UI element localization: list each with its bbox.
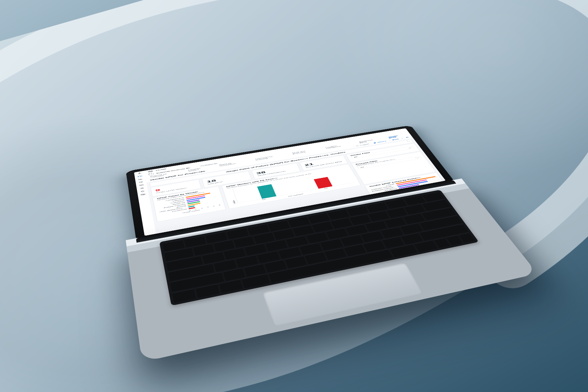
chevron-down-icon [416, 157, 419, 158]
star-icon[interactable] [139, 187, 145, 190]
avatar-icon[interactable] [137, 172, 142, 175]
folder-icon[interactable] [137, 175, 143, 178]
history-icon[interactable] [139, 184, 145, 187]
favorite-star-icon[interactable] [405, 137, 409, 138]
bar [257, 184, 277, 199]
gear-icon[interactable] [140, 193, 146, 196]
menu-icon[interactable] [148, 171, 153, 172]
trash-icon[interactable] [140, 190, 145, 193]
svg-point-0 [138, 173, 140, 173]
more-icon[interactable]: ⋮ [400, 138, 404, 139]
bell-icon[interactable] [138, 181, 144, 184]
chart-icon[interactable] [138, 178, 143, 180]
chevron-down-icon [408, 147, 412, 148]
